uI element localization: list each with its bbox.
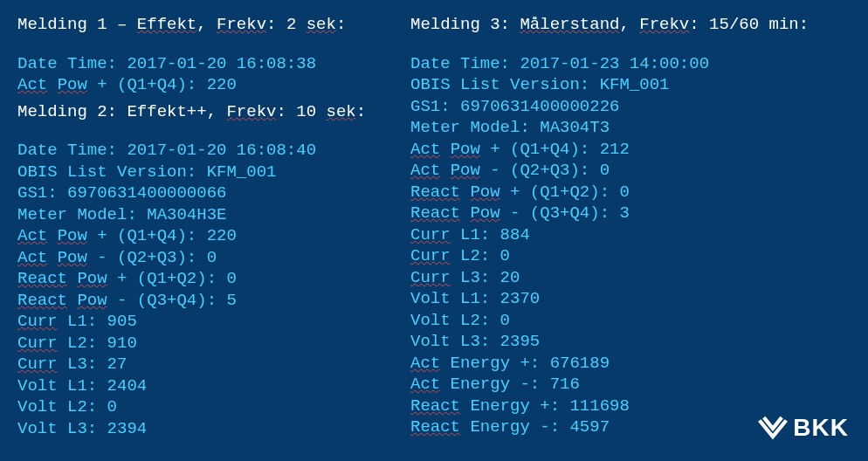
- m3-act-energy-minus: Act Energy -: 716: [410, 374, 847, 396]
- m3-datetime: Date Time: 2017-01-23 14:00:00: [410, 53, 847, 75]
- m2-datetime: Date Time: 2017-01-20 16:08:40: [17, 140, 410, 162]
- m1-datetime: Date Time: 2017-01-20 16:08:38: [17, 53, 410, 75]
- m3-act-pow-plus: Act Pow + (Q1+Q4): 212: [410, 139, 847, 161]
- m3-act-pow-minus: Act Pow - (Q2+Q3): 0: [410, 160, 847, 182]
- m1-act-pow-plus: Act Pow + (Q1+Q4): 220: [17, 74, 410, 96]
- m2-curr-l1: Curr L1: 905: [17, 311, 410, 333]
- m3-obis: OBIS List Version: KFM_001: [410, 74, 847, 96]
- m2-act-pow-plus: Act Pow + (Q1+Q4): 220: [17, 225, 410, 247]
- m3-gs1: GS1: 6970631400000226: [410, 96, 847, 118]
- m2-act-pow-minus: Act Pow - (Q2+Q3): 0: [17, 247, 410, 269]
- m2-react-pow-minus: React Pow - (Q3+Q4): 5: [17, 290, 410, 312]
- m3-react-pow-minus: React Pow - (Q3+Q4): 3: [410, 203, 847, 224]
- m3-curr-l1: Curr L1: 884: [410, 224, 847, 246]
- bkk-logo-icon: [758, 416, 788, 440]
- m2-meter-model: Meter Model: MA304H3E: [17, 204, 410, 226]
- m3-meter-model: Meter Model: MA304T3: [410, 117, 847, 139]
- bkk-logo: BKK: [758, 414, 849, 442]
- m2-react-pow-plus: React Pow + (Q1+Q2): 0: [17, 268, 410, 290]
- m3-volt-l2: Volt L2: 0: [410, 310, 847, 332]
- m3-curr-l3: Curr L3: 20: [410, 267, 847, 289]
- m3-react-pow-plus: React Pow + (Q1+Q2): 0: [410, 182, 847, 203]
- m2-curr-l2: Curr L2: 910: [17, 333, 410, 354]
- m2-volt-l2: Volt L2: 0: [17, 396, 410, 418]
- column-left: Melding 1 – Effekt, Frekv: 2 sek: Date T…: [17, 14, 410, 439]
- m2-volt-l1: Volt L1: 2404: [17, 375, 410, 397]
- melding3-title: Melding 3: Målerstand, Frekv: 15/60 min:: [410, 14, 847, 36]
- m2-curr-l3: Curr L3: 27: [17, 354, 410, 375]
- melding2-title: Melding 2: Effekt++, Frekv: 10 sek:: [17, 101, 410, 123]
- m3-act-energy-plus: Act Energy +: 676189: [410, 353, 847, 375]
- melding1-title: Melding 1 – Effekt, Frekv: 2 sek:: [17, 14, 410, 36]
- m2-volt-l3: Volt L3: 2394: [17, 418, 410, 440]
- m3-volt-l1: Volt L1: 2370: [410, 288, 847, 310]
- m2-gs1: GS1: 6970631400000066: [17, 182, 410, 204]
- column-right: Melding 3: Målerstand, Frekv: 15/60 min:…: [410, 14, 847, 439]
- bkk-logo-text: BKK: [793, 414, 849, 442]
- m3-volt-l3: Volt L3: 2395: [410, 331, 847, 353]
- m2-obis: OBIS List Version: KFM_001: [17, 162, 410, 183]
- m3-curr-l2: Curr L2: 0: [410, 245, 847, 267]
